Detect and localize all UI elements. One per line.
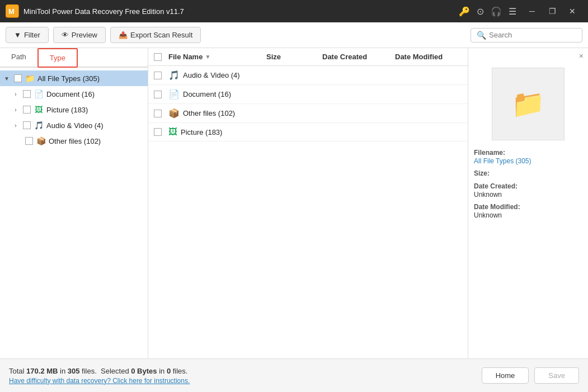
tree-item-document[interactable]: › 📄 Document (16) [0, 86, 148, 102]
row-checkbox[interactable] [154, 128, 162, 136]
headphone-icon[interactable]: 🎧 [491, 6, 502, 17]
preview-date-created-row: Date Created: Unknown [474, 182, 582, 199]
preview-filename-value: All File Types (305) [474, 157, 582, 165]
row-type-icon: 📄 [168, 89, 180, 100]
titlebar: M MiniTool Power Data Recovery Free Edit… [0, 0, 588, 22]
tree-label-document: Document (16) [46, 90, 95, 98]
app-title: MiniTool Power Data Recovery Free Editio… [23, 7, 459, 16]
table-row[interactable]: 📦 Other files (102) [148, 104, 468, 123]
expand-icon-picture[interactable]: › [11, 105, 20, 114]
tab-type[interactable]: Type [37, 48, 78, 68]
preview-size-label: Size: [474, 169, 582, 177]
tree-item-other[interactable]: › 📦 Other files (102) [0, 133, 148, 149]
export-icon: 📤 [119, 31, 128, 39]
preview-label: Preview [72, 31, 97, 39]
total-files: 305 [68, 367, 80, 375]
statusbar: Total 170.2 MB in 305 files. Selected 0 … [0, 358, 588, 392]
export-button[interactable]: 📤 Export Scan Result [110, 27, 201, 43]
sort-arrow-icon[interactable]: ▼ [205, 54, 210, 60]
preview-panel: × 📁 Filename: All File Types (305) Size:… [468, 48, 588, 358]
row-type-icon: 🖼 [168, 127, 177, 137]
tree-item-audio-video[interactable]: › 🎵 Audio & Video (4) [0, 117, 148, 133]
statusbar-left: Total 170.2 MB in 305 files. Selected 0 … [9, 367, 190, 385]
row-checkbox[interactable] [154, 91, 162, 98]
tree-item-picture[interactable]: › 🖼 Picture (183) [0, 102, 148, 117]
preview-date-created-label: Date Created: [474, 182, 582, 190]
preview-thumbnail: 📁 [492, 68, 565, 140]
key-icon[interactable]: 🔑 [459, 6, 470, 17]
filter-icon: ▼ [14, 31, 21, 39]
preview-size-row: Size: [474, 169, 582, 178]
tree-label-other: Other files (102) [49, 137, 101, 145]
preview-date-modified-row: Date Modified: Unknown [474, 203, 582, 219]
app-logo: M [6, 4, 19, 18]
preview-button[interactable]: 👁 Preview [53, 27, 106, 43]
expand-icon-audio-video[interactable]: › [11, 121, 20, 130]
col-name-label: File Name [168, 53, 203, 61]
svg-text:M: M [8, 7, 15, 16]
row-filename: Document (16) [183, 90, 231, 98]
save-button[interactable]: Save [534, 367, 579, 384]
search-icon: 🔍 [477, 31, 486, 40]
table-row[interactable]: 🖼 Picture (183) [148, 123, 468, 141]
total-size: 170.2 MB [26, 367, 58, 375]
tree-label-all: All File Types (305) [37, 74, 100, 83]
row-checkbox[interactable] [154, 72, 162, 79]
filter-button[interactable]: ▼ Filter [6, 27, 49, 43]
selected-files: 0 [167, 367, 171, 375]
checkbox-document[interactable] [23, 90, 31, 98]
preview-filename-row: Filename: All File Types (305) [474, 149, 582, 165]
checkbox-other[interactable] [25, 137, 33, 145]
row-type-icon: 📦 [168, 108, 180, 119]
row-checkbox[interactable] [154, 110, 162, 117]
doc-icon-document: 📄 [34, 89, 44, 99]
search-input[interactable] [489, 31, 576, 39]
expand-icon-document[interactable]: › [11, 89, 20, 98]
table-row[interactable]: 🎵 Audio & Video (4) [148, 66, 468, 85]
tree-item-all[interactable]: ▼ 📁 All File Types (305) [0, 70, 148, 86]
preview-close-button[interactable]: × [579, 51, 584, 60]
statusbar-right: Home Save [482, 367, 579, 384]
file-table-header: File Name ▼ Size Date Created Date Modif… [148, 48, 468, 66]
row-type-icon: 🎵 [168, 70, 180, 81]
preview-folder-icon: 📁 [511, 88, 545, 120]
tab-path[interactable]: Path [0, 48, 37, 68]
window-controls: ─ ❐ ✕ [522, 0, 582, 22]
preview-filename-label: Filename: [474, 149, 582, 157]
expand-icon-all[interactable]: ▼ [2, 74, 11, 83]
restore-button[interactable]: ❐ [542, 0, 562, 22]
row-filename: Audio & Video (4) [183, 71, 240, 79]
tree-label-audio-video: Audio & Video (4) [46, 121, 104, 130]
selected-size: 0 Bytes [131, 367, 157, 375]
col-date-modified-label: Date Modified [395, 53, 443, 61]
sidebar-tabs: Path Type [0, 48, 148, 68]
minimize-button[interactable]: ─ [522, 0, 542, 22]
home-button[interactable]: Home [482, 367, 529, 384]
sidebar: Path Type ▼ 📁 All File Types (305) › 📄 D… [0, 48, 148, 358]
folder-icon-all: 📁 [25, 73, 35, 83]
filter-label: Filter [24, 31, 40, 39]
checkbox-audio-video[interactable] [23, 121, 31, 129]
file-pane: File Name ▼ Size Date Created Date Modif… [148, 48, 468, 358]
col-size-label: Size [266, 53, 281, 61]
table-row[interactable]: 📄 Document (16) [148, 85, 468, 104]
preview-date-modified-value: Unknown [474, 211, 582, 219]
preview-info: Filename: All File Types (305) Size: Dat… [474, 149, 582, 224]
checkbox-picture[interactable] [23, 106, 31, 114]
main-content: Path Type ▼ 📁 All File Types (305) › 📄 D… [0, 48, 588, 358]
help-link[interactable]: Have difficulty with data recovery? Clic… [9, 377, 190, 385]
picture-icon-picture: 🖼 [34, 105, 44, 115]
preview-icon: 👁 [62, 31, 69, 39]
menu-icon[interactable]: ☰ [509, 6, 516, 17]
header-checkbox[interactable] [154, 53, 162, 61]
checkbox-all[interactable] [14, 74, 22, 82]
tree-label-picture: Picture (183) [46, 106, 88, 114]
search-box: 🔍 [471, 28, 582, 42]
file-list: 🎵 Audio & Video (4) 📄 Document (16) 📦 [148, 66, 468, 358]
other-icon-other: 📦 [36, 136, 46, 146]
preview-date-created-value: Unknown [474, 191, 582, 199]
col-date-created-label: Date Created [322, 53, 367, 61]
media-icon-audio-video: 🎵 [34, 120, 44, 130]
close-button[interactable]: ✕ [562, 0, 582, 22]
profile-icon[interactable]: ⊙ [477, 6, 484, 17]
